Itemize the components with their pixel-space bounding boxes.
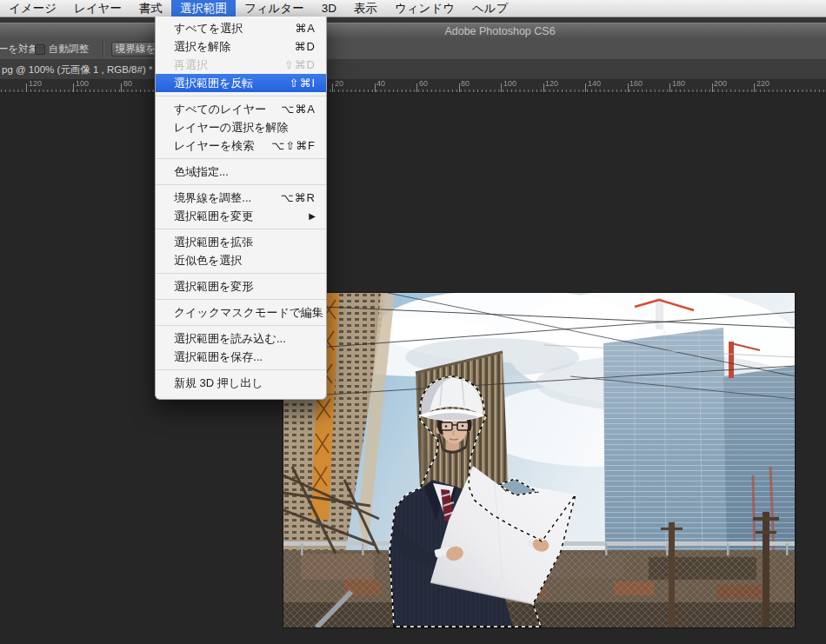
auto-adjust-checkbox[interactable] — [35, 44, 45, 55]
ruler-label: 120 — [29, 79, 42, 88]
menubar-item-help[interactable]: ヘルプ — [463, 0, 516, 17]
window-title: Adobe Photoshop CS6 — [396, 23, 604, 39]
sample-layers-label: ーを対象 — [0, 39, 38, 59]
menu-separator — [156, 184, 326, 185]
document-tab[interactable]: pg @ 100% (元画像 1 , RGB/8#) * — [0, 60, 164, 79]
menu-separator — [156, 299, 326, 300]
menu-separator — [156, 273, 326, 274]
ruler-label: 200 — [714, 79, 727, 88]
select-menu-panel: すべてを選択 ⌘A 選択を解除 ⌘D 再選択 ⇧⌘D 選択範囲を反転 ⇧⌘I す… — [155, 17, 327, 400]
ruler-label: 60 — [419, 79, 428, 88]
ruler-label: 80 — [123, 79, 132, 88]
ruler-label: 100 — [76, 79, 89, 88]
menu-item-inverse-selection[interactable]: 選択範囲を反転 ⇧⌘I — [156, 74, 326, 92]
ruler-label: 220 — [756, 79, 769, 88]
document-tab-title: pg @ 100% (元画像 1 , RGB/8#) * — [2, 60, 163, 79]
menubar-item-window[interactable]: ウィンドウ — [386, 0, 463, 17]
options-separator — [103, 41, 104, 57]
ruler-label: 120 — [545, 79, 558, 88]
ruler-label: 160 — [629, 79, 643, 88]
ruler-label: 40 — [376, 79, 385, 88]
menu-item-grow[interactable]: 選択範囲を拡張 — [156, 233, 326, 251]
menu-item-all-layers[interactable]: すべてのレイヤー ⌥⌘A — [156, 100, 326, 118]
document-tab-bar: pg @ 100% (元画像 1 , RGB/8#) * — [0, 60, 826, 79]
menubar-item-3d[interactable]: 3D — [313, 0, 345, 17]
menubar-item-filter[interactable]: フィルター — [236, 0, 313, 17]
menubar-item-image[interactable]: イメージ — [0, 0, 65, 17]
menubar-item-select[interactable]: 選択範囲 — [171, 0, 236, 17]
menu-item-load-selection[interactable]: 選択範囲を読み込む... — [156, 329, 326, 348]
menu-item-new-3d-extrusion[interactable]: 新規 3D 押し出し — [156, 374, 326, 392]
horizontal-ruler: 120 100 80 20 40 60 80 100 120 140 160 1… — [0, 79, 826, 93]
photo-document[interactable] — [283, 293, 795, 627]
menu-item-modify-selection[interactable]: 選択範囲を変更 ▶ — [156, 207, 326, 225]
ruler-label: 20 — [335, 79, 343, 88]
macos-menu-bar: イメージ レイヤー 書式 選択範囲 フィルター 3D 表示 ウィンドウ ヘルプ — [0, 0, 826, 17]
window-title-bar[interactable]: Adobe Photoshop CS6 — [0, 23, 826, 40]
canvas-pasteboard[interactable] — [0, 93, 826, 644]
menu-item-find-layers[interactable]: レイヤーを検索 ⌥⇧⌘F — [156, 136, 326, 155]
menu-item-refine-edge[interactable]: 境界線を調整... ⌥⌘R — [156, 189, 326, 207]
ruler-label: 80 — [461, 79, 470, 88]
menubar-item-view[interactable]: 表示 — [345, 0, 386, 17]
menu-separator — [156, 369, 326, 370]
menu-item-reselect: 再選択 ⇧⌘D — [156, 56, 326, 74]
menu-item-deselect[interactable]: 選択を解除 ⌘D — [156, 37, 326, 56]
menu-item-select-all[interactable]: すべてを選択 ⌘A — [156, 19, 326, 37]
options-bar: ーを対象 自動調整 境界線を — [0, 39, 826, 60]
menu-item-similar[interactable]: 近似色を選択 — [156, 251, 326, 269]
menu-item-deselect-layers[interactable]: レイヤーの選択を解除 — [156, 118, 326, 136]
menubar-item-type[interactable]: 書式 — [130, 0, 171, 17]
ruler-label: 140 — [588, 79, 601, 88]
menu-separator — [156, 229, 326, 229]
menu-item-transform-selection[interactable]: 選択範囲を変形 — [156, 277, 326, 295]
menu-item-edit-in-quick-mask[interactable]: クイックマスクモードで編集 — [156, 303, 326, 322]
menu-item-color-range[interactable]: 色域指定... — [156, 163, 326, 181]
menu-separator — [156, 158, 326, 159]
menu-item-save-selection[interactable]: 選択範囲を保存... — [156, 348, 326, 366]
submenu-arrow-icon: ▶ — [309, 207, 316, 225]
menu-separator — [156, 325, 326, 326]
ruler-label: 100 — [503, 79, 516, 88]
ruler-label: 180 — [672, 79, 685, 88]
menu-separator — [156, 96, 326, 96]
auto-adjust-label: 自動調整 — [49, 39, 89, 59]
menubar-item-layer[interactable]: レイヤー — [65, 0, 130, 17]
